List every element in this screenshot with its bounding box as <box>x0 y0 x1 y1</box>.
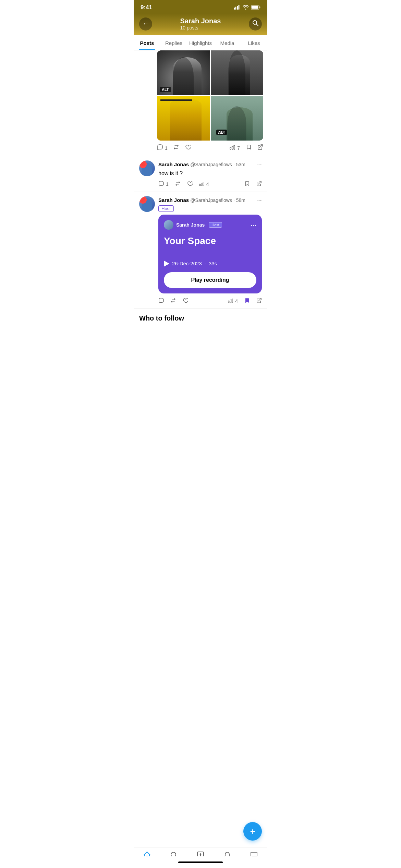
svg-line-8 <box>256 24 258 26</box>
svg-rect-17 <box>232 299 233 303</box>
heart-icon <box>187 181 193 188</box>
post-image-grid: ALT GIF <box>157 50 263 141</box>
tab-replies[interactable]: Replies <box>160 35 187 50</box>
search-icon <box>252 20 259 28</box>
space-more-button[interactable]: ··· <box>251 221 256 229</box>
svg-rect-10 <box>232 146 233 149</box>
svg-rect-14 <box>203 182 204 186</box>
analytics-count: 7 <box>237 145 240 151</box>
space-card[interactable]: Sarah Jonas Host ··· Your Space 26-Dec-2… <box>158 215 262 293</box>
back-icon: ← <box>143 20 149 27</box>
space-host-avatar <box>164 220 173 230</box>
tab-posts[interactable]: Posts <box>134 35 160 50</box>
tab-highlights[interactable]: Highlights <box>187 35 214 50</box>
analytics-button[interactable]: 4 <box>228 298 238 304</box>
post-image[interactable]: GIF ALT <box>211 96 264 141</box>
play-icon <box>164 261 169 267</box>
share-icon <box>257 144 263 152</box>
post-body: Sarah Jonas @SarahJpageflows · 58m ··· H… <box>158 196 262 304</box>
host-tag: Host <box>158 205 174 212</box>
svg-rect-0 <box>234 8 235 10</box>
space-host-info: Sarah Jonas Host <box>164 220 222 230</box>
retweet-button[interactable] <box>170 298 176 304</box>
like-button[interactable] <box>182 298 188 304</box>
analytics-count: 4 <box>235 298 238 304</box>
like-button[interactable] <box>185 144 191 152</box>
space-duration: 33s <box>209 261 217 266</box>
post-time: · <box>233 197 235 203</box>
svg-rect-3 <box>239 5 240 10</box>
share-icon <box>256 181 262 188</box>
retweet-button[interactable] <box>175 181 181 188</box>
post-handle: @SarahJpageflows <box>190 162 232 167</box>
like-button[interactable] <box>187 181 193 188</box>
signal-icon <box>234 5 241 11</box>
host-badge: Host <box>209 222 222 228</box>
analytics-button[interactable]: 4 <box>199 181 238 188</box>
post-count: 10 posts <box>180 25 221 31</box>
reply-icon <box>158 298 164 304</box>
bookmark-button[interactable] <box>244 181 250 188</box>
svg-rect-11 <box>234 145 235 149</box>
tab-likes[interactable]: Likes <box>241 35 267 50</box>
post-time: 53m <box>236 162 245 167</box>
alt-badge: ALT <box>160 87 171 92</box>
heart-icon <box>182 298 188 304</box>
svg-rect-13 <box>201 183 202 186</box>
analytics-icon <box>229 144 235 152</box>
header: ← Sarah Jonas 10 posts <box>134 14 267 35</box>
status-bar: 9:41 <box>134 0 267 14</box>
who-to-follow-section: Who to follow <box>134 309 267 328</box>
reply-button[interactable]: 1 <box>157 144 168 152</box>
bookmark-button[interactable] <box>244 298 250 304</box>
more-options-button[interactable]: ··· <box>256 196 262 204</box>
profile-name: Sarah Jonas <box>180 17 221 25</box>
tab-media[interactable]: Media <box>214 35 241 50</box>
share-button[interactable] <box>256 181 262 188</box>
analytics-icon <box>228 298 233 304</box>
space-card-header: Sarah Jonas Host ··· <box>164 220 256 230</box>
heart-icon <box>185 144 191 152</box>
svg-rect-5 <box>252 5 258 9</box>
bookmark-button[interactable] <box>245 144 252 152</box>
avatar-badge: 💯 <box>139 160 147 168</box>
post-header: Sarah Jonas @SarahJpageflows · 58m ··· <box>158 196 262 204</box>
post-image[interactable]: ALT <box>157 50 210 95</box>
post-item-space: 💯 Sarah Jonas @SarahJpageflows · 58m ···… <box>134 192 267 309</box>
reply-button[interactable]: 1 <box>158 181 169 188</box>
search-button[interactable] <box>249 17 262 31</box>
post-author: Sarah Jonas <box>158 197 189 203</box>
post-actions: 1 4 <box>158 181 262 188</box>
space-separator: · <box>205 261 206 266</box>
alt-badge: ALT <box>216 130 228 135</box>
bottom-spacer <box>134 328 267 369</box>
reply-icon <box>157 144 163 152</box>
post-meta: Sarah Jonas @SarahJpageflows · 53m <box>158 161 245 167</box>
space-host-name: Sarah Jonas <box>176 222 205 228</box>
retweet-icon <box>170 298 176 304</box>
status-time: 9:41 <box>141 4 152 11</box>
play-recording-button[interactable]: Play recording <box>164 272 256 288</box>
reply-button[interactable] <box>158 298 164 304</box>
reply-count: 1 <box>165 145 168 151</box>
retweet-button[interactable] <box>173 144 179 152</box>
post-item: 💯 Sarah Jonas @SarahJpageflows · 53m ···… <box>134 156 267 192</box>
avatar: 💯 <box>139 160 155 176</box>
svg-rect-15 <box>228 301 229 303</box>
share-button[interactable] <box>256 298 262 304</box>
analytics-button[interactable]: 7 <box>229 144 240 152</box>
reply-count: 1 <box>166 181 169 187</box>
bookmark-icon <box>244 298 250 304</box>
battery-icon <box>251 5 260 11</box>
retweet-icon <box>175 181 181 188</box>
space-meta: 26-Dec-2023 · 33s <box>164 261 256 267</box>
share-button[interactable] <box>257 144 263 152</box>
svg-rect-12 <box>199 184 200 186</box>
post-image[interactable] <box>157 96 210 141</box>
more-options-button[interactable]: ··· <box>256 160 262 168</box>
back-button[interactable]: ← <box>139 17 152 31</box>
post-image[interactable] <box>211 50 264 95</box>
analytics-icon <box>199 181 205 188</box>
svg-rect-6 <box>259 6 260 8</box>
avatar: 💯 <box>139 196 155 212</box>
